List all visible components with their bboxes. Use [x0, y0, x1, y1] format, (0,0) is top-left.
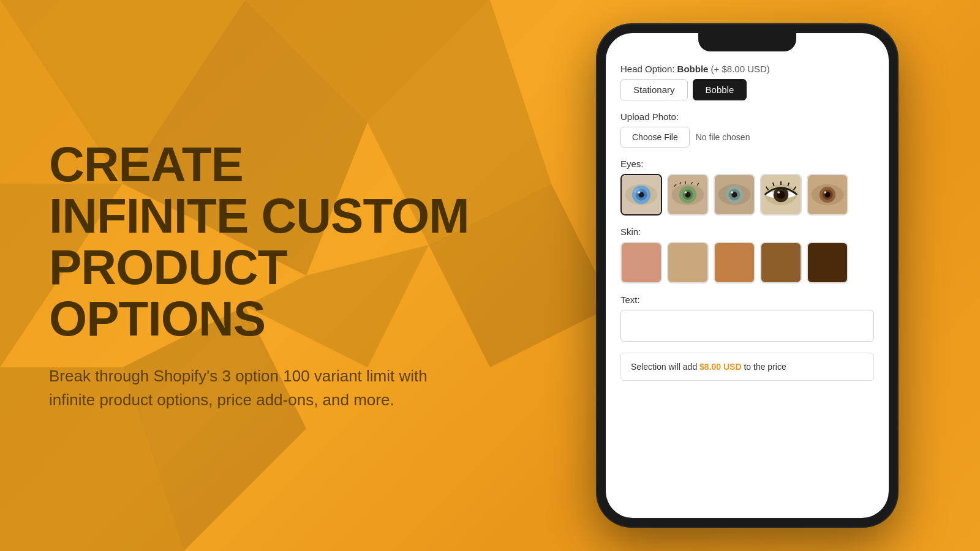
phone-screen: Head Option: Bobble (+ $8.00 USD) Statio…	[606, 33, 889, 518]
head-option-label: Head Option: Bobble (+ $8.00 USD)	[620, 64, 874, 74]
eye-swatch-3[interactable]	[714, 174, 755, 216]
eye-swatch-4[interactable]	[760, 174, 802, 216]
subtext: Break through Shopify's 3 option 100 var…	[49, 364, 429, 412]
skin-section: Skin:	[620, 227, 874, 283]
headline-line1: CREATE	[49, 139, 514, 190]
svg-point-16	[633, 189, 643, 194]
screen-content: Head Option: Bobble (+ $8.00 USD) Statio…	[606, 51, 889, 518]
no-file-text: No file chosen	[696, 132, 750, 142]
price-banner: Selection will add $8.00 USD to the pric…	[620, 353, 874, 381]
headline-line3: PRODUCT OPTIONS	[49, 242, 514, 345]
eye-swatch-2[interactable]	[667, 174, 709, 216]
price-banner-suffix: to the price	[742, 362, 786, 372]
svg-point-33	[731, 191, 733, 193]
choose-file-button[interactable]: Choose File	[620, 127, 690, 148]
eyes-swatch-row	[620, 174, 874, 216]
skin-swatch-2[interactable]	[667, 242, 709, 283]
upload-label: Upload Photo:	[620, 111, 874, 122]
eye-swatch-5[interactable]	[807, 174, 848, 216]
phone-notch	[698, 33, 796, 51]
left-panel: CREATE INFINITE CUSTOM PRODUCT OPTIONS B…	[0, 102, 551, 449]
bobble-button[interactable]: Bobble	[693, 79, 747, 100]
skin-swatch-1[interactable]	[620, 242, 662, 283]
upload-section: Upload Photo: Choose File No file chosen	[620, 111, 874, 148]
svg-point-22	[684, 191, 687, 193]
price-banner-price: $8.00 USD	[699, 362, 741, 372]
skin-swatch-5[interactable]	[807, 242, 848, 283]
eyes-section: Eyes:	[620, 159, 874, 216]
stationary-button[interactable]: Stationary	[620, 79, 688, 100]
right-panel: Head Option: Bobble (+ $8.00 USD) Statio…	[551, 0, 980, 551]
head-option-section: Head Option: Bobble (+ $8.00 USD) Statio…	[620, 64, 874, 100]
svg-point-38	[777, 191, 780, 193]
skin-label: Skin:	[620, 227, 874, 237]
price-banner-prefix: Selection will add	[631, 362, 699, 372]
skin-swatch-row	[620, 242, 874, 283]
skin-swatch-3[interactable]	[714, 242, 755, 283]
head-option-toggle-group: Stationary Bobble	[620, 79, 874, 100]
text-section: Text:	[620, 294, 874, 342]
headline-line2: INFINITE CUSTOM	[49, 190, 514, 242]
eye-swatch-1[interactable]	[620, 174, 662, 216]
phone-frame: Head Option: Bobble (+ $8.00 USD) Statio…	[597, 24, 897, 527]
eyes-label: Eyes:	[620, 159, 874, 169]
skin-swatch-4[interactable]	[760, 242, 802, 283]
headline: CREATE INFINITE CUSTOM PRODUCT OPTIONS	[49, 139, 514, 345]
text-input[interactable]	[620, 310, 874, 342]
svg-point-49	[824, 191, 826, 193]
file-row: Choose File No file chosen	[620, 127, 874, 148]
text-label: Text:	[620, 294, 874, 305]
